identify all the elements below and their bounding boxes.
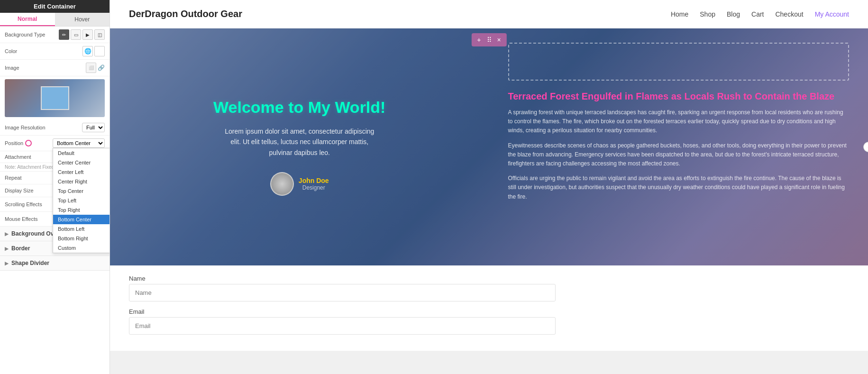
main-area: + ⠿ × Welcome to My World! Lorem ipsum d… [110, 28, 868, 374]
article-body: A sprawling forest with unique terraced … [508, 108, 850, 207]
dd-default[interactable]: Default [53, 148, 110, 158]
border-label: Border [11, 245, 30, 252]
image-controls: ⬜ 🔗 [86, 63, 105, 73]
image-row: Image ⬜ 🔗 [0, 60, 110, 76]
position-label-text: Position [5, 140, 23, 146]
right-content: DerDragon Outdoor Gear Home Shop Blog Ca… [110, 0, 868, 374]
email-form-group: Email [129, 308, 849, 335]
dd-center-left[interactable]: Center Left [53, 167, 110, 177]
dd-custom[interactable]: Custom [53, 243, 110, 253]
site-logo: DerDragon Outdoor Gear [129, 9, 671, 19]
background-type-controls: ✏ ▭ ▶ ◫ [59, 29, 105, 40]
nav-blog[interactable]: Blog [727, 10, 740, 18]
image-preview[interactable] [5, 79, 105, 117]
dd-center-right[interactable]: Center Right [53, 177, 110, 186]
article-para-1: A sprawling forest with unique terraced … [508, 108, 850, 136]
email-input[interactable] [129, 317, 556, 335]
hero-dashed-placeholder [508, 43, 850, 81]
image-resolution-label: Image Resolution [5, 125, 82, 130]
name-label: Name [129, 275, 849, 282]
color-picker[interactable] [94, 46, 105, 56]
hero-avatar: John Doe Designer [270, 172, 329, 196]
background-type-label: Background Type [5, 32, 59, 37]
dd-bottom-left[interactable]: Bottom Left [53, 224, 110, 234]
hero-left: Welcome to My World! Lorem ipsum dolor s… [110, 28, 489, 265]
position-indicator [25, 140, 32, 146]
nav-shop[interactable]: Shop [700, 10, 715, 18]
image-resolution-row: Image Resolution Full [0, 120, 110, 136]
position-select[interactable]: Bottom Center [53, 138, 105, 148]
nav-home[interactable]: Home [671, 10, 688, 18]
panel-title: Edit Container [0, 0, 110, 13]
position-row: Position Bottom Center Default Center Ce… [0, 136, 110, 151]
color-row: Color 🌐 [0, 43, 110, 60]
form-section: Name Email [110, 265, 868, 351]
position-dropdown-container: Bottom Center Default Center Center Cent… [53, 138, 105, 148]
avatar-image [270, 172, 294, 196]
hero-close-btn[interactable]: × [495, 35, 503, 45]
bg-slideshow-btn[interactable]: ◫ [94, 29, 105, 40]
avatar-info: John Doe Designer [299, 177, 329, 191]
color-global-icon[interactable]: 🌐 [82, 46, 93, 56]
dd-bottom-center[interactable]: Bottom Center [53, 215, 110, 224]
color-controls: 🌐 [82, 46, 105, 56]
hero-content: Welcome to My World! Lorem ipsum dolor s… [110, 28, 868, 265]
dd-bottom-right[interactable]: Bottom Right [53, 234, 110, 243]
site-nav: DerDragon Outdoor Gear Home Shop Blog Ca… [110, 0, 868, 28]
article-para-3: Officials are urging the public to remai… [508, 174, 850, 201]
dd-center-center[interactable]: Center Center [53, 158, 110, 167]
bg-classic-btn[interactable]: ✏ [59, 29, 69, 40]
nav-cart[interactable]: Cart [751, 10, 764, 18]
left-panel: Edit Container Normal Hover Background T… [0, 0, 110, 374]
avatar-name: John Doe [299, 177, 329, 184]
shape-divider-section[interactable]: ▶ Shape Divider [0, 256, 110, 271]
image-label: Image [5, 65, 86, 71]
hero-section: + ⠿ × Welcome to My World! Lorem ipsum d… [110, 28, 868, 265]
hero-toolbar: + ⠿ × [471, 33, 506, 46]
position-label-container: Position [5, 140, 53, 146]
color-label: Color [5, 48, 82, 54]
image-link-icon[interactable]: 🔗 [98, 64, 105, 71]
dd-top-left[interactable]: Top Left [53, 196, 110, 205]
bg-video-btn[interactable]: ▶ [82, 29, 93, 40]
dd-top-center[interactable]: Top Center [53, 186, 110, 196]
bg-gradient-btn[interactable]: ▭ [71, 29, 81, 40]
nav-checkout[interactable]: Checkout [775, 10, 803, 18]
name-form-group: Name [129, 275, 849, 301]
bg-overlay-arrow: ▶ [5, 231, 9, 237]
hero-drag-btn[interactable]: ⠿ [485, 35, 493, 45]
hero-right: Terraced Forest Engulfed in Flames as Lo… [489, 28, 868, 265]
hero-add-btn[interactable]: + [475, 35, 483, 45]
border-arrow: ▶ [5, 246, 9, 251]
image-resolution-select[interactable]: Full [82, 123, 105, 132]
shape-divider-label: Shape Divider [11, 260, 49, 266]
email-label: Email [129, 308, 849, 315]
background-type-row: Background Type ✏ ▭ ▶ ◫ [0, 27, 110, 43]
hero-description: Lorem ipsum dolor sit amet, consectetur … [224, 126, 375, 158]
shape-divider-arrow: ▶ [5, 261, 9, 266]
hero-title: Welcome to My World! [213, 98, 385, 117]
name-input[interactable] [129, 284, 556, 301]
nav-my-account[interactable]: My Account [815, 10, 849, 18]
tabs-row: Normal Hover [0, 13, 110, 27]
image-preview-inner [41, 86, 69, 110]
avatar-role: Designer [299, 184, 329, 191]
nav-links: Home Shop Blog Cart Checkout My Account [671, 10, 849, 18]
image-select-btn[interactable]: ⬜ [86, 63, 96, 73]
tab-hover[interactable]: Hover [55, 13, 110, 26]
article-para-2: Eyewitnesses describe scenes of chaos as… [508, 141, 850, 169]
position-dropdown-list[interactable]: Default Center Center Center Left Center… [53, 148, 110, 253]
dd-top-right[interactable]: Top Right [53, 205, 110, 215]
tab-normal[interactable]: Normal [0, 13, 55, 26]
article-title: Terraced Forest Engulfed in Flames as Lo… [508, 90, 850, 102]
